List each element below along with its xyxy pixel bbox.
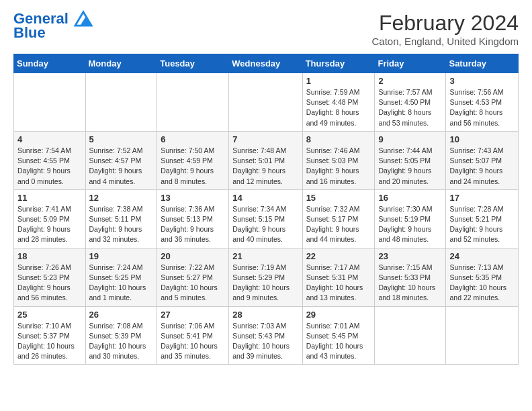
day-info: Sunrise: 7:44 AM Sunset: 5:05 PM Dayligh…	[378, 146, 442, 187]
day-number: 22	[306, 251, 371, 261]
day-info: Sunrise: 7:26 AM Sunset: 5:23 PM Dayligh…	[17, 263, 82, 304]
calendar-cell	[229, 73, 302, 132]
calendar-week-5: 25Sunrise: 7:10 AM Sunset: 5:37 PM Dayli…	[14, 306, 519, 365]
day-info: Sunrise: 7:34 AM Sunset: 5:15 PM Dayligh…	[232, 204, 298, 245]
calendar-cell: 11Sunrise: 7:41 AM Sunset: 5:09 PM Dayli…	[14, 189, 86, 248]
day-info: Sunrise: 7:50 AM Sunset: 4:59 PM Dayligh…	[161, 146, 225, 187]
calendar-body: 1Sunrise: 7:59 AM Sunset: 4:48 PM Daylig…	[14, 73, 519, 365]
day-number: 25	[17, 310, 82, 320]
day-info: Sunrise: 7:38 AM Sunset: 5:11 PM Dayligh…	[89, 204, 154, 245]
header: General Blue February 2024 Caton, Englan…	[13, 11, 519, 47]
logo-icon	[74, 9, 93, 28]
calendar-cell: 15Sunrise: 7:32 AM Sunset: 5:17 PM Dayli…	[302, 189, 375, 248]
weekday-header-sunday: Sunday	[14, 54, 86, 73]
location: Caton, England, United Kingdom	[372, 36, 519, 47]
day-info: Sunrise: 7:32 AM Sunset: 5:17 PM Dayligh…	[306, 204, 371, 245]
calendar-cell: 23Sunrise: 7:15 AM Sunset: 5:33 PM Dayli…	[375, 248, 446, 306]
calendar-cell	[85, 73, 157, 132]
calendar-cell: 5Sunrise: 7:52 AM Sunset: 4:57 PM Daylig…	[85, 131, 157, 189]
weekday-header-monday: Monday	[85, 54, 157, 73]
calendar-cell	[375, 306, 446, 365]
day-number: 12	[89, 193, 154, 203]
day-info: Sunrise: 7:28 AM Sunset: 5:21 PM Dayligh…	[449, 204, 515, 245]
day-info: Sunrise: 7:46 AM Sunset: 5:03 PM Dayligh…	[306, 146, 371, 187]
day-info: Sunrise: 7:30 AM Sunset: 5:19 PM Dayligh…	[378, 204, 442, 245]
calendar-cell: 7Sunrise: 7:48 AM Sunset: 5:01 PM Daylig…	[229, 131, 302, 189]
calendar-cell: 25Sunrise: 7:10 AM Sunset: 5:37 PM Dayli…	[14, 306, 86, 365]
calendar-cell: 27Sunrise: 7:06 AM Sunset: 5:41 PM Dayli…	[157, 306, 229, 365]
day-info: Sunrise: 7:06 AM Sunset: 5:41 PM Dayligh…	[161, 321, 225, 362]
weekday-header-wednesday: Wednesday	[229, 54, 302, 73]
calendar-cell: 16Sunrise: 7:30 AM Sunset: 5:19 PM Dayli…	[375, 189, 446, 248]
calendar-cell: 2Sunrise: 7:57 AM Sunset: 4:50 PM Daylig…	[375, 73, 446, 132]
day-info: Sunrise: 7:22 AM Sunset: 5:27 PM Dayligh…	[161, 263, 225, 304]
calendar-cell: 24Sunrise: 7:13 AM Sunset: 5:35 PM Dayli…	[446, 248, 519, 306]
day-info: Sunrise: 7:08 AM Sunset: 5:39 PM Dayligh…	[89, 321, 154, 362]
day-number: 4	[17, 134, 82, 144]
svg-marker-1	[80, 15, 91, 26]
weekday-header-tuesday: Tuesday	[157, 54, 229, 73]
day-info: Sunrise: 7:48 AM Sunset: 5:01 PM Dayligh…	[232, 146, 298, 187]
day-number: 23	[378, 251, 442, 261]
day-info: Sunrise: 7:43 AM Sunset: 5:07 PM Dayligh…	[449, 146, 515, 187]
calendar-cell: 29Sunrise: 7:01 AM Sunset: 5:45 PM Dayli…	[302, 306, 375, 365]
day-number: 13	[161, 193, 225, 203]
calendar-cell: 14Sunrise: 7:34 AM Sunset: 5:15 PM Dayli…	[229, 189, 302, 248]
day-number: 28	[232, 310, 298, 320]
day-number: 27	[161, 310, 225, 320]
calendar-cell: 4Sunrise: 7:54 AM Sunset: 4:55 PM Daylig…	[14, 131, 86, 189]
day-number: 26	[89, 310, 154, 320]
day-info: Sunrise: 7:10 AM Sunset: 5:37 PM Dayligh…	[17, 321, 82, 362]
day-number: 11	[17, 193, 82, 203]
day-number: 15	[306, 193, 371, 203]
calendar-cell	[14, 73, 86, 132]
day-info: Sunrise: 7:54 AM Sunset: 4:55 PM Dayligh…	[17, 146, 82, 187]
day-number: 5	[89, 134, 154, 144]
logo: General Blue	[13, 11, 93, 41]
day-info: Sunrise: 7:13 AM Sunset: 5:35 PM Dayligh…	[449, 263, 515, 304]
day-number: 21	[232, 251, 298, 261]
day-info: Sunrise: 7:19 AM Sunset: 5:29 PM Dayligh…	[232, 263, 298, 304]
day-number: 10	[449, 134, 515, 144]
weekday-header-thursday: Thursday	[302, 54, 375, 73]
calendar-week-2: 4Sunrise: 7:54 AM Sunset: 4:55 PM Daylig…	[14, 131, 519, 189]
day-info: Sunrise: 7:15 AM Sunset: 5:33 PM Dayligh…	[378, 263, 442, 304]
calendar-cell: 8Sunrise: 7:46 AM Sunset: 5:03 PM Daylig…	[302, 131, 375, 189]
calendar-cell: 13Sunrise: 7:36 AM Sunset: 5:13 PM Dayli…	[157, 189, 229, 248]
weekday-header-saturday: Saturday	[446, 54, 519, 73]
weekday-header-friday: Friday	[375, 54, 446, 73]
day-info: Sunrise: 7:59 AM Sunset: 4:48 PM Dayligh…	[306, 87, 371, 128]
calendar-cell	[157, 73, 229, 132]
day-number: 9	[378, 134, 442, 144]
calendar-cell: 10Sunrise: 7:43 AM Sunset: 5:07 PM Dayli…	[446, 131, 519, 189]
day-info: Sunrise: 7:56 AM Sunset: 4:53 PM Dayligh…	[449, 87, 515, 128]
day-info: Sunrise: 7:24 AM Sunset: 5:25 PM Dayligh…	[89, 263, 154, 304]
day-number: 8	[306, 134, 371, 144]
day-number: 3	[449, 76, 515, 86]
day-info: Sunrise: 7:52 AM Sunset: 4:57 PM Dayligh…	[89, 146, 154, 187]
calendar-cell: 12Sunrise: 7:38 AM Sunset: 5:11 PM Dayli…	[85, 189, 157, 248]
calendar-cell: 20Sunrise: 7:22 AM Sunset: 5:27 PM Dayli…	[157, 248, 229, 306]
day-info: Sunrise: 7:36 AM Sunset: 5:13 PM Dayligh…	[161, 204, 225, 245]
day-number: 29	[306, 310, 371, 320]
calendar-week-4: 18Sunrise: 7:26 AM Sunset: 5:23 PM Dayli…	[14, 248, 519, 306]
day-number: 7	[232, 134, 298, 144]
calendar-cell: 22Sunrise: 7:17 AM Sunset: 5:31 PM Dayli…	[302, 248, 375, 306]
calendar-cell: 28Sunrise: 7:03 AM Sunset: 5:43 PM Dayli…	[229, 306, 302, 365]
calendar-cell: 17Sunrise: 7:28 AM Sunset: 5:21 PM Dayli…	[446, 189, 519, 248]
day-number: 18	[17, 251, 82, 261]
day-info: Sunrise: 7:41 AM Sunset: 5:09 PM Dayligh…	[17, 204, 82, 245]
calendar-cell: 19Sunrise: 7:24 AM Sunset: 5:25 PM Dayli…	[85, 248, 157, 306]
day-number: 16	[378, 193, 442, 203]
day-number: 17	[449, 193, 515, 203]
calendar-cell: 18Sunrise: 7:26 AM Sunset: 5:23 PM Dayli…	[14, 248, 86, 306]
day-info: Sunrise: 7:17 AM Sunset: 5:31 PM Dayligh…	[306, 263, 371, 304]
calendar-table: SundayMondayTuesdayWednesdayThursdayFrid…	[13, 54, 519, 365]
calendar-cell: 9Sunrise: 7:44 AM Sunset: 5:05 PM Daylig…	[375, 131, 446, 189]
day-number: 19	[89, 251, 154, 261]
calendar-cell: 1Sunrise: 7:59 AM Sunset: 4:48 PM Daylig…	[302, 73, 375, 132]
day-info: Sunrise: 7:57 AM Sunset: 4:50 PM Dayligh…	[378, 87, 442, 128]
calendar-cell	[446, 306, 519, 365]
calendar-week-3: 11Sunrise: 7:41 AM Sunset: 5:09 PM Dayli…	[14, 189, 519, 248]
month-title: February 2024	[372, 11, 519, 36]
